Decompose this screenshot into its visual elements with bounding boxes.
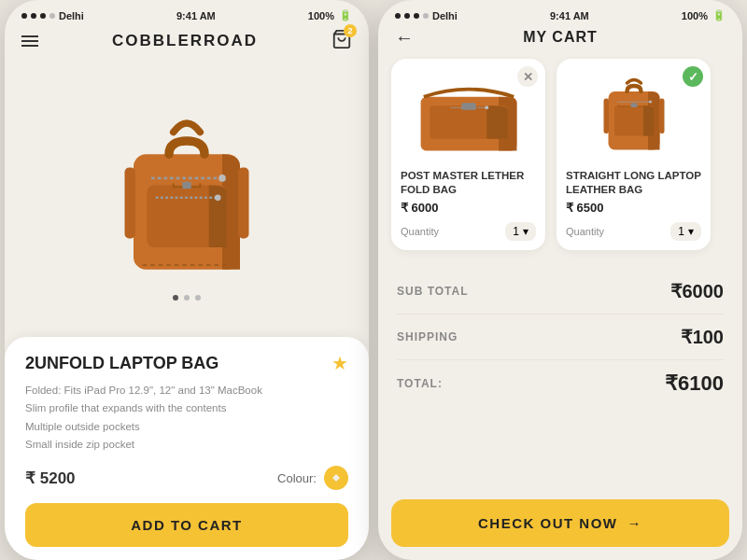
subtotal-value: ₹6000 bbox=[670, 280, 725, 302]
item-1-price: ₹ 6000 bbox=[401, 201, 536, 215]
svg-rect-6 bbox=[125, 167, 135, 238]
item-1-qty-label: Quantity bbox=[401, 226, 439, 237]
svg-rect-14 bbox=[630, 104, 637, 108]
svg-point-15 bbox=[649, 101, 652, 104]
item-2-image bbox=[566, 68, 701, 161]
feature-1: Folded: Fits iPad Pro 12.9", 12" and 13"… bbox=[25, 382, 348, 400]
status-bar-left: Delhi 9:41 AM 100% 🔋 bbox=[5, 0, 369, 25]
svg-rect-7 bbox=[238, 167, 248, 238]
product-image bbox=[75, 101, 299, 287]
back-arrow[interactable]: ← bbox=[395, 27, 414, 49]
item-2-price: ₹ 6500 bbox=[566, 201, 701, 215]
hamburger-menu[interactable] bbox=[21, 35, 38, 47]
svg-rect-16 bbox=[603, 99, 609, 134]
cart-item-2: ✓ STRAIGHT LONG LAPTOP LEATHER bbox=[557, 59, 711, 250]
colour-row: Colour: bbox=[277, 466, 348, 490]
item-2-qty-select[interactable]: 1 ▾ bbox=[670, 222, 701, 241]
cart-item-1: ✕ POST MASTER LETHER FOLD BAG ₹ 6000 Qua… bbox=[391, 59, 545, 250]
total-row: TOTAL: ₹6100 bbox=[397, 360, 724, 407]
feature-4: Small inside zip pocket bbox=[25, 436, 348, 455]
item-1-qty-select[interactable]: 1 ▾ bbox=[505, 222, 536, 241]
battery-right: 100% bbox=[682, 10, 708, 21]
brand-title: COBBLERROAD bbox=[112, 32, 258, 50]
left-phone: Delhi 9:41 AM 100% 🔋 COBBLERROAD 2 bbox=[5, 0, 369, 560]
item-1-qty-row: Quantity 1 ▾ bbox=[401, 222, 536, 241]
feature-3: Multiple outside pockets bbox=[25, 418, 348, 437]
status-bar-right: Delhi 9:41 AM 100% 🔋 bbox=[378, 0, 742, 25]
navbar-left: COBBLERROAD 2 bbox=[5, 25, 369, 59]
cart-icon-wrap[interactable]: 2 bbox=[331, 29, 352, 53]
colour-label: Colour: bbox=[277, 471, 317, 485]
colour-swatch[interactable] bbox=[324, 466, 348, 490]
add-to-cart-button[interactable]: ADD TO CART bbox=[25, 503, 348, 547]
cart-badge: 2 bbox=[344, 24, 357, 37]
right-phone: Delhi 9:41 AM 100% 🔋 ← MY CART ✕ bbox=[378, 0, 742, 560]
svg-rect-11 bbox=[461, 103, 475, 110]
checkout-arrow: → bbox=[627, 515, 643, 531]
feature-2: Slim profile that expands with the conte… bbox=[25, 399, 348, 418]
subtotal-label: SUB TOTAL bbox=[397, 285, 469, 298]
product-image-area bbox=[5, 59, 369, 337]
checkout-button[interactable]: CHECK OUT NOW → bbox=[391, 499, 729, 547]
checkout-label: CHECK OUT NOW bbox=[478, 515, 618, 531]
product-name: 2UNFOLD LAPTOP BAG bbox=[25, 354, 218, 374]
svg-rect-3 bbox=[182, 182, 191, 189]
total-value: ₹6100 bbox=[665, 371, 724, 396]
item-1-image bbox=[401, 68, 536, 161]
svg-point-5 bbox=[215, 194, 221, 201]
product-bag-svg bbox=[93, 105, 280, 283]
order-summary: SUB TOTAL ₹6000 SHIPPING ₹100 TOTAL: ₹61… bbox=[378, 258, 742, 490]
shipping-label: SHIPPING bbox=[397, 330, 458, 343]
svg-point-10 bbox=[485, 105, 488, 109]
item-2-qty-row: Quantity 1 ▾ bbox=[566, 222, 701, 241]
carrier-left: Delhi bbox=[59, 10, 84, 21]
battery-left: 100% bbox=[308, 10, 334, 21]
svg-rect-17 bbox=[659, 99, 665, 134]
backpack-svg bbox=[587, 73, 681, 157]
item-2-qty-label: Quantity bbox=[566, 226, 604, 237]
carrier-right: Delhi bbox=[432, 10, 458, 21]
cart-title: MY CART bbox=[523, 29, 598, 46]
svg-point-4 bbox=[218, 175, 226, 182]
messenger-bag-svg bbox=[408, 73, 529, 157]
item-2-name: STRAIGHT LONG LAPTOP LEATHER BAG bbox=[566, 169, 701, 197]
shipping-value: ₹100 bbox=[681, 326, 724, 348]
check-item-2-button[interactable]: ✓ bbox=[683, 66, 703, 87]
item-1-name: POST MASTER LETHER FOLD BAG bbox=[401, 169, 536, 197]
time-right: 9:41 AM bbox=[550, 10, 589, 21]
image-dots bbox=[173, 295, 201, 301]
star-icon: ★ bbox=[331, 352, 348, 374]
product-features: Folded: Fits iPad Pro 12.9", 12" and 13"… bbox=[25, 382, 348, 455]
product-card: 2UNFOLD LAPTOP BAG ★ Folded: Fits iPad P… bbox=[5, 337, 369, 560]
product-price: ₹ 5200 bbox=[25, 469, 76, 488]
cart-items-row: ✕ POST MASTER LETHER FOLD BAG ₹ 6000 Qua… bbox=[378, 51, 742, 258]
time-left: 9:41 AM bbox=[176, 10, 216, 21]
cart-navbar: ← MY CART bbox=[378, 25, 742, 51]
shipping-row: SHIPPING ₹100 bbox=[397, 315, 724, 360]
subtotal-row: SUB TOTAL ₹6000 bbox=[397, 269, 724, 315]
total-label: TOTAL: bbox=[397, 377, 443, 390]
remove-item-1-button[interactable]: ✕ bbox=[517, 66, 538, 87]
